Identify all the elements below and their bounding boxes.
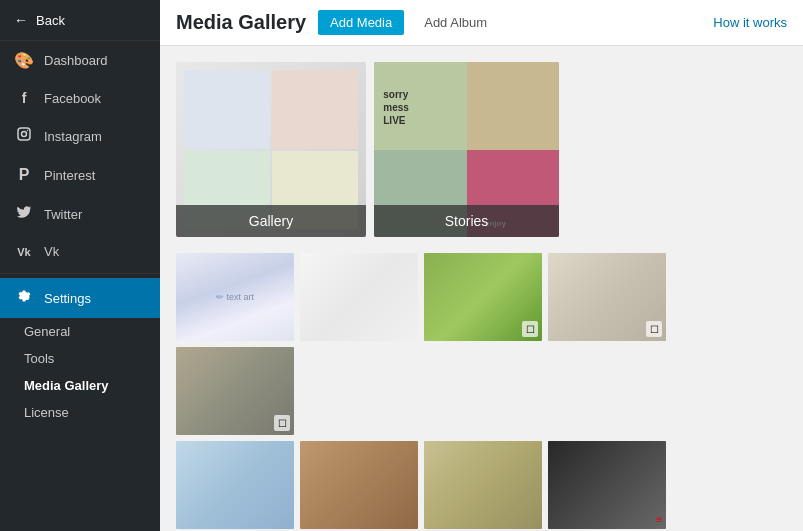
thumb-select-icon: ☐ <box>522 321 538 337</box>
svg-point-1 <box>22 132 27 137</box>
sidebar-item-vk[interactable]: Vk Vk <box>0 234 160 269</box>
sidebar-label-instagram: Instagram <box>44 129 102 144</box>
svg-rect-0 <box>18 128 30 140</box>
sidebar-sub-media-gallery[interactable]: Media Gallery <box>0 372 160 399</box>
sidebar-item-settings[interactable]: Settings <box>0 278 160 318</box>
main-content: Media Gallery Add Media Add Album How it… <box>160 0 803 531</box>
gallery-card-label: Gallery <box>176 205 366 237</box>
thumb-item[interactable] <box>176 441 294 529</box>
add-media-button[interactable]: Add Media <box>318 10 404 35</box>
thumb-item[interactable]: ☐ <box>424 253 542 341</box>
twitter-icon <box>14 204 34 224</box>
sidebar-label-pinterest: Pinterest <box>44 168 95 183</box>
gallery-content: Gallery sorrymessLIVE enjoy Stories <box>160 46 803 531</box>
facebook-icon: f <box>14 90 34 106</box>
sidebar-item-dashboard[interactable]: 🎨 Dashboard <box>0 41 160 80</box>
sidebar-sub-license[interactable]: License <box>0 399 160 426</box>
stories-card-label: Stories <box>374 205 559 237</box>
add-album-button[interactable]: Add Album <box>416 10 495 35</box>
sidebar-item-pinterest[interactable]: P Pinterest <box>0 156 160 194</box>
main-header: Media Gallery Add Media Add Album How it… <box>160 0 803 46</box>
how-it-works-link[interactable]: How it works <box>713 15 787 30</box>
thumb-select-icon: ☐ <box>274 415 290 431</box>
sidebar-label-facebook: Facebook <box>44 91 101 106</box>
dashboard-icon: 🎨 <box>14 51 34 70</box>
thumb-item[interactable]: ✏ text art <box>176 253 294 341</box>
header-left: Media Gallery Add Media Add Album <box>176 10 495 35</box>
thumb-item[interactable]: ≡ <box>548 441 666 529</box>
featured-row: Gallery sorrymessLIVE enjoy Stories <box>176 62 787 237</box>
sidebar-label-twitter: Twitter <box>44 207 82 222</box>
stories-card[interactable]: sorrymessLIVE enjoy Stories <box>374 62 559 237</box>
sidebar-item-instagram[interactable]: Instagram <box>0 116 160 156</box>
page-title: Media Gallery <box>176 11 306 34</box>
thumb-item[interactable] <box>424 441 542 529</box>
thumbnails-row2: ≡ ☐ <box>176 441 787 531</box>
thumb-select-icon: ☐ <box>646 321 662 337</box>
back-label: Back <box>36 13 65 28</box>
sidebar: ← Back 🎨 Dashboard f Facebook Instagram … <box>0 0 160 531</box>
thumb-item[interactable] <box>300 253 418 341</box>
thumbnails-row1: ✏ text art ☐ ☐ ☐ <box>176 253 787 435</box>
sidebar-divider <box>0 273 160 274</box>
vk-icon: Vk <box>14 246 34 258</box>
sidebar-label-vk: Vk <box>44 244 59 259</box>
settings-icon <box>14 288 34 308</box>
back-button[interactable]: ← Back <box>0 0 160 41</box>
sidebar-item-facebook[interactable]: f Facebook <box>0 80 160 116</box>
sidebar-label-dashboard: Dashboard <box>44 53 108 68</box>
sidebar-sub-tools[interactable]: Tools <box>0 345 160 372</box>
settings-sub-menu: General Tools Media Gallery License <box>0 318 160 426</box>
instagram-icon <box>14 126 34 146</box>
thumb-actions: ≡ <box>656 514 662 525</box>
thumb-item[interactable]: ☐ <box>548 253 666 341</box>
sidebar-label-settings: Settings <box>44 291 91 306</box>
back-arrow-icon: ← <box>14 12 28 28</box>
thumb-item[interactable]: ☐ <box>176 347 294 435</box>
gallery-card[interactable]: Gallery <box>176 62 366 237</box>
sidebar-item-twitter[interactable]: Twitter <box>0 194 160 234</box>
sidebar-sub-general[interactable]: General <box>0 318 160 345</box>
thumb-item[interactable] <box>300 441 418 529</box>
pinterest-icon: P <box>14 166 34 184</box>
svg-point-2 <box>27 130 28 131</box>
